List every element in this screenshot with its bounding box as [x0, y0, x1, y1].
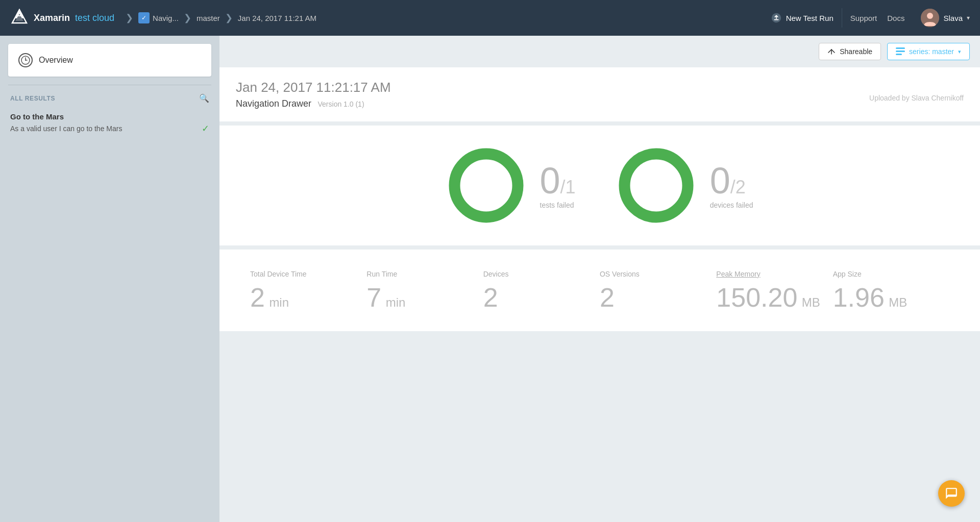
header-card: Jan 24, 2017 11:21:17 AM Navigation Draw…	[219, 67, 980, 121]
metric-os-versions: OS Versions 2	[600, 270, 716, 311]
support-link[interactable]: Support	[850, 14, 877, 22]
sidebar-section-title: ALL RESULTS	[10, 95, 55, 102]
metric-os-versions-label: OS Versions	[600, 270, 640, 278]
nav-links: Support Docs	[842, 14, 913, 22]
new-test-run-button[interactable]: New Test Run	[763, 8, 842, 28]
metric-total-device-time-value: 2	[250, 283, 265, 312]
overview-item[interactable]: Overview	[8, 44, 211, 77]
metric-app-size: App Size 1.96 MB	[833, 270, 949, 311]
docs-link[interactable]: Docs	[887, 14, 904, 22]
test-desc: As a valid user I can go to the Mars	[10, 125, 122, 133]
svg-rect-14	[896, 51, 905, 52]
svg-point-7	[927, 13, 933, 19]
metric-peak-memory-label[interactable]: Peak Memory	[716, 270, 760, 278]
xamarin-logo-icon	[10, 9, 29, 27]
tests-failed-count: 0	[540, 160, 560, 201]
user-dropdown-icon: ▾	[967, 14, 970, 21]
devices-failed-group: 0/2 devices failed	[617, 146, 753, 225]
tests-total: /1	[560, 177, 576, 197]
metric-app-size-unit: MB	[889, 295, 907, 309]
tests-failed-label: tests failed	[540, 201, 574, 209]
devices-total: /2	[730, 177, 746, 197]
metric-peak-memory-value: 150.20	[716, 283, 797, 312]
test-pass-icon: ✓	[202, 123, 209, 134]
chevron-icon-1: ❯	[126, 12, 133, 23]
nav-logo[interactable]: Xamarin test cloud	[10, 9, 114, 27]
test-item-1[interactable]: Go to the Mars As a valid user I can go …	[0, 107, 219, 139]
svg-point-11	[25, 60, 26, 61]
overview-icon	[18, 53, 33, 67]
metric-devices: Devices 2	[483, 270, 600, 311]
header-datetime: Jan 24, 2017 11:21:17 AM	[236, 80, 964, 95]
main-content: Shareable series: master ▾ Jan 24, 2017 …	[219, 36, 980, 522]
metric-run-time-unit: min	[386, 295, 406, 309]
metric-run-time-value: 7	[366, 283, 381, 312]
metric-os-versions-value: 2	[600, 283, 615, 312]
user-avatar	[921, 9, 939, 27]
header-app-name: Navigation Drawer	[236, 98, 311, 109]
tests-failed-group: 0/1 tests failed	[447, 146, 576, 225]
search-icon[interactable]: 🔍	[199, 93, 209, 103]
test-name: Go to the Mars	[10, 112, 209, 121]
metric-run-time: Run Time 7 min	[366, 270, 483, 311]
chevron-icon-3: ❯	[225, 12, 233, 23]
svg-rect-13	[896, 47, 905, 49]
svg-rect-15	[896, 54, 902, 55]
stats-card: 0/1 tests failed 0/2 devices	[219, 126, 980, 245]
brand-xamarin: Xamarin	[34, 13, 70, 23]
devices-failed-label: devices failed	[710, 201, 753, 209]
devices-failed-count: 0	[710, 160, 730, 201]
breadcrumb-branch[interactable]: master	[197, 14, 220, 22]
breadcrumb-date[interactable]: Jan 24, 2017 11:21 AM	[238, 14, 316, 22]
app-icon: ✓	[138, 12, 150, 23]
metric-app-size-label: App Size	[833, 270, 862, 278]
chat-icon	[945, 487, 958, 500]
chevron-icon-2: ❯	[184, 12, 191, 23]
breadcrumb-app[interactable]: ✓ Navig...	[138, 12, 179, 23]
navbar: Xamarin test cloud ❯ ✓ Navig... ❯ master…	[0, 0, 980, 36]
metric-run-time-label: Run Time	[366, 270, 397, 278]
metric-total-device-time-label: Total Device Time	[250, 270, 306, 278]
devices-donut	[617, 146, 696, 225]
brand-tc: test cloud	[75, 13, 114, 23]
shareable-icon	[827, 47, 836, 56]
shareable-button[interactable]: Shareable	[819, 43, 881, 60]
header-uploaded: Uploaded by Slava Chernikoff	[869, 94, 964, 102]
series-icon	[896, 47, 905, 56]
series-dropdown-icon: ▾	[958, 48, 961, 55]
action-bar: Shareable series: master ▾	[219, 36, 980, 67]
svg-point-17	[468, 168, 504, 204]
chat-button[interactable]	[938, 480, 965, 507]
tests-donut	[447, 146, 526, 225]
metric-total-device-time: Total Device Time 2 min	[250, 270, 366, 311]
metrics-card: Total Device Time 2 min Run Time 7 min D…	[219, 250, 980, 331]
overview-label: Overview	[39, 56, 73, 65]
header-app-version: Version 1.0 (1)	[318, 100, 364, 108]
metric-devices-value: 2	[483, 283, 498, 312]
metric-peak-memory: Peak Memory 150.20 MB	[716, 270, 832, 311]
svg-point-19	[638, 168, 674, 204]
sidebar-section-header: ALL RESULTS 🔍	[0, 85, 219, 107]
series-button[interactable]: series: master ▾	[887, 43, 970, 60]
metric-total-device-time-unit: min	[269, 295, 289, 309]
metric-peak-memory-unit: MB	[802, 295, 820, 309]
user-menu[interactable]: Slava ▾	[913, 9, 970, 27]
sidebar: Overview ALL RESULTS 🔍 Go to the Mars As…	[0, 36, 219, 522]
upload-icon	[771, 12, 782, 23]
metric-app-size-value: 1.96	[833, 283, 885, 312]
metric-devices-label: Devices	[483, 270, 509, 278]
